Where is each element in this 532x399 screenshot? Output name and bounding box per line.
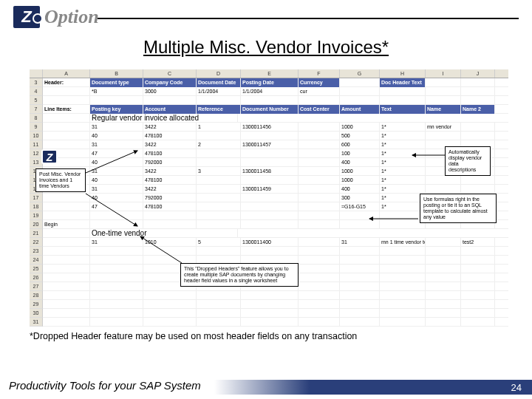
col-A: A (43, 69, 90, 78)
col-H: H (380, 69, 426, 78)
col-corner (30, 69, 43, 78)
col-D: D (197, 69, 241, 78)
footer-text: Productivity Tools for your SAP System (9, 379, 201, 392)
arrow-5 (137, 233, 189, 266)
svg-line-4 (140, 236, 182, 263)
arrow-4 (368, 213, 421, 225)
page-title: Multiple Misc. Vendor Invoices* (0, 37, 532, 58)
callout-post-misc: Post Misc. Vendor Invoices and 1 time Ve… (35, 168, 86, 192)
svg-line-0 (86, 151, 137, 173)
col-G: G (340, 69, 380, 78)
col-I: I (426, 69, 461, 78)
col-J: J (461, 69, 495, 78)
col-E: E (241, 69, 299, 78)
footnote: *Dropped Header feature may be used on m… (30, 331, 519, 341)
arrow-3 (411, 149, 448, 161)
svg-line-1 (86, 194, 137, 226)
footer-band (214, 380, 532, 395)
col-C: C (143, 69, 197, 78)
col-F: F (299, 69, 340, 78)
brand-logo: Option (13, 6, 99, 28)
callout-dropped-headers: This "Dropped Headers" feature allows yo… (180, 263, 299, 287)
callout-auto-display: Automatically display vendor data descri… (445, 146, 491, 176)
header-divider (98, 18, 519, 19)
footer-page-number: 24 (511, 382, 522, 393)
col-B: B (90, 69, 143, 78)
mini-logo-icon: Z (41, 149, 58, 164)
arrow-1 (86, 148, 145, 177)
footer: Productivity Tools for your SAP System 2… (0, 375, 532, 395)
column-header-row: A B C D E F G H I J (30, 69, 508, 78)
brand-name: Option (44, 6, 99, 28)
logo-dot-icon (33, 13, 43, 24)
callout-formulas: Use formulas right in the posting or tie… (420, 194, 497, 223)
arrow-2 (86, 192, 145, 229)
